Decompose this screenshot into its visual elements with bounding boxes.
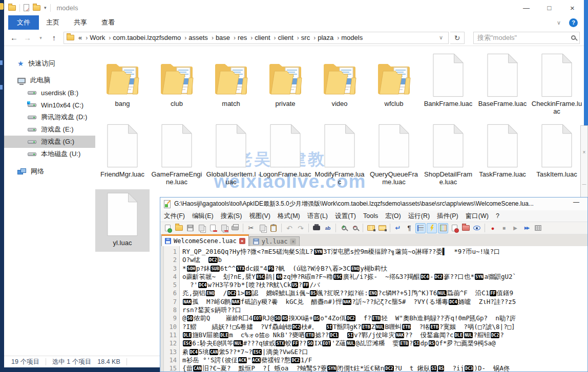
back-button[interactable] [8, 33, 20, 42]
tab-close-icon[interactable]: × [290, 238, 296, 245]
menu-edit[interactable]: 编辑(E) [188, 212, 217, 221]
ribbon-tab-home[interactable]: 主页 [39, 15, 67, 30]
bookmark-margin[interactable] [160, 246, 164, 371]
expand-ribbon-icon[interactable] [557, 19, 561, 26]
word-wrap-icon[interactable] [393, 223, 403, 233]
breadcrumb-segment[interactable]: base [215, 34, 237, 41]
breadcrumb-segment[interactable]: res [237, 34, 254, 41]
save-copy-icon[interactable] [196, 223, 206, 233]
folder-tile[interactable]: private [258, 50, 312, 115]
close-button[interactable] [561, 0, 584, 15]
folder-tile[interactable]: match [204, 50, 258, 115]
maximize-button[interactable] [538, 0, 561, 15]
line-number-gutter[interactable]: 12 34 56 78 910 1112 1314 15 [164, 246, 180, 371]
menu-macro[interactable]: 宏(O) [382, 212, 405, 221]
search-input[interactable] [477, 34, 571, 41]
tab-yl[interactable]: yl.luac × [249, 236, 300, 246]
tab-welcomescene[interactable]: WelcomeScene.luac × [161, 234, 249, 246]
cut-icon[interactable] [246, 223, 256, 233]
file-tile[interactable]: ModifyFrame.luac [312, 121, 367, 186]
menu-window[interactable]: 窗口(W) [462, 212, 492, 221]
document-map-icon[interactable] [438, 223, 448, 233]
breadcrumb-segment[interactable]: client [277, 34, 300, 41]
file-tile-selected[interactable]: yl.luac [95, 189, 150, 252]
breadcrumb-segment[interactable]: Work [89, 34, 112, 41]
breadcrumb-segment[interactable]: plaza [317, 34, 340, 41]
preview-icon[interactable] [472, 223, 482, 233]
zoom-out-icon[interactable] [350, 223, 360, 233]
redo-icon[interactable] [296, 223, 306, 233]
file-tile[interactable]: CheckinFrame.luac [530, 50, 584, 115]
new-folder-icon[interactable] [33, 5, 40, 11]
sidebar-item-quick-access[interactable]: 快速访问 [4, 57, 95, 70]
macro-play-icon[interactable] [510, 223, 520, 233]
menu-view[interactable]: 视图(V) [245, 212, 274, 221]
tab-close-icon[interactable]: × [239, 238, 245, 244]
file-tile[interactable]: TaskItem.luac [530, 121, 584, 186]
menu-format[interactable]: 格式(M) [274, 212, 304, 221]
close-all-files-icon[interactable] [219, 223, 229, 233]
minimize-button[interactable] [515, 0, 538, 15]
menu-file[interactable]: 文件(F) [160, 212, 188, 221]
file-tile[interactable]: TaskFrame.luac [475, 121, 530, 186]
sidebar-item-drive-c[interactable]: Win10x64 (C:) [4, 99, 95, 111]
function-list-icon[interactable] [427, 223, 437, 233]
recent-locations-icon[interactable] [35, 35, 47, 40]
close-icon[interactable] [583, 149, 586, 155]
sidebar-item-drive-d[interactable]: 腾讯游戏盘 (D:) [4, 111, 95, 123]
paste-icon[interactable] [268, 223, 279, 233]
sidebar-item-drive-g[interactable]: 游戏盘 (G:) [4, 136, 95, 148]
menu-help[interactable]: ? [492, 212, 503, 220]
close-file-icon[interactable] [207, 223, 218, 233]
show-all-characters-icon[interactable] [404, 223, 414, 233]
find-icon[interactable] [311, 223, 322, 233]
document-switcher-icon[interactable] [449, 223, 459, 233]
address-dropdown-icon[interactable] [436, 34, 446, 41]
breadcrumb-segment[interactable]: client [254, 34, 277, 41]
breadcrumb-segment[interactable]: com.taobei.lzqzfsdemo [112, 34, 187, 41]
sidebar-item-drive-u[interactable]: 本地磁盘 (U:) [4, 148, 95, 160]
folder-tile[interactable]: club [150, 50, 204, 115]
file-tile[interactable]: BaseFrame.luac [475, 50, 530, 115]
undo-icon[interactable] [284, 223, 295, 233]
folder-tile[interactable]: video [312, 50, 367, 115]
ribbon-tab-view[interactable]: 查看 [94, 15, 122, 30]
menu-tools[interactable]: Tools [360, 212, 382, 220]
folder-tile[interactable]: wfclub [367, 50, 421, 115]
menu-settings[interactable]: 设置(T) [331, 212, 360, 221]
search-box[interactable] [473, 32, 580, 44]
up-button[interactable] [48, 33, 60, 42]
menu-plugins[interactable]: 插件(P) [433, 212, 462, 221]
replace-icon[interactable] [323, 223, 333, 233]
file-tile[interactable]: ShopDetailFrame.luac [421, 121, 475, 186]
open-file-icon[interactable] [174, 223, 184, 233]
zoom-in-icon[interactable] [339, 223, 349, 233]
new-file-icon[interactable] [162, 223, 173, 233]
file-tile[interactable]: LogonFrame.luac [258, 121, 312, 186]
sync-horizontal-scroll-icon[interactable] [377, 223, 387, 233]
macro-save-icon[interactable] [533, 223, 543, 233]
sync-vertical-scroll-icon[interactable] [366, 223, 376, 233]
ribbon-tab-share[interactable]: 共享 [67, 15, 94, 30]
macro-stop-icon[interactable] [499, 223, 509, 233]
sidebar-item-this-pc[interactable]: 此电脑 [4, 74, 95, 86]
file-tile[interactable]: BankFrame.luac [421, 50, 475, 115]
file-tile[interactable]: GlobalUserItem.luac [204, 121, 258, 186]
file-tile[interactable]: FriendMgr.luac [95, 121, 150, 186]
copy-icon[interactable] [257, 223, 267, 233]
refresh-button[interactable] [450, 32, 465, 44]
sidebar-item-drive-b[interactable]: userdisk (B:) [4, 86, 95, 99]
menu-language[interactable]: 语言(L) [304, 212, 331, 221]
file-tile[interactable]: GameFrameEngine.luac [150, 121, 204, 186]
print-icon[interactable] [230, 223, 240, 233]
breadcrumb-segment[interactable]: src [300, 34, 317, 41]
indent-guide-icon[interactable] [415, 223, 426, 233]
qat-dropdown-icon[interactable] [44, 5, 47, 10]
editor-minimize-button[interactable] [573, 199, 579, 206]
ribbon-tab-file[interactable]: 文件 [8, 15, 39, 30]
help-icon[interactable]: ? [569, 18, 578, 27]
breadcrumb-segment-current[interactable]: models [340, 34, 364, 41]
file-tile[interactable]: QueryQueueFrame.luac [367, 121, 421, 186]
breadcrumb-segment[interactable]: assets [187, 34, 215, 41]
save-icon[interactable] [185, 223, 195, 233]
